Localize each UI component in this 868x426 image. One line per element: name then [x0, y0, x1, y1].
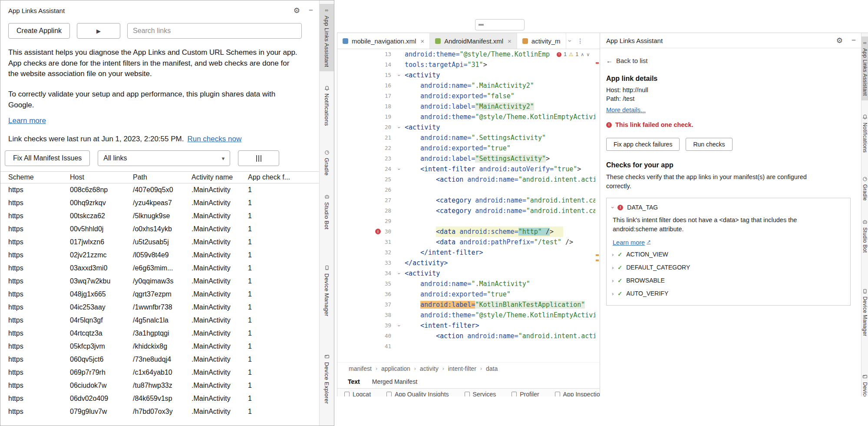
code-line-17[interactable]: 17android:exported="false" [337, 91, 595, 101]
column-options-button[interactable] [238, 150, 279, 166]
code-line-18[interactable]: 18android:label="MainActivity2" [337, 101, 595, 112]
editor-scrollbar[interactable] [594, 49, 600, 362]
table-row[interactable]: https04r5lqn3gf/4g5nalc1la.MainActivity1 [0, 314, 319, 327]
code-line-31[interactable]: 31<data android:pathPrefix="/test" /> [337, 237, 595, 247]
prev-error-icon[interactable]: ∧ [581, 49, 584, 60]
close-tab-icon[interactable]: × [420, 37, 424, 45]
code-line-25[interactable]: 25<action android:name="android.intent.a… [337, 174, 595, 185]
code-line-30[interactable]: 30!<data android:scheme="http" /> [337, 226, 595, 237]
breadcrumb-item-intent-filter[interactable]: intent-filter [448, 365, 476, 372]
table-row[interactable]: https060qv5jct6/73ne8udqj4.MainActivity1 [0, 353, 319, 366]
column-header-scheme[interactable]: Scheme [8, 172, 70, 183]
code-line-16[interactable]: 16android:name=".MainActivity2" [337, 80, 595, 91]
breadcrumb-item-data[interactable]: data [486, 365, 498, 372]
bottom-tool-app-quality-insights[interactable]: App Quality Insights [386, 389, 449, 396]
search-links-input[interactable] [127, 23, 302, 39]
run-checks-now-link[interactable]: Run checks now [187, 135, 241, 143]
code-line-21[interactable]: 21android:name=".SettingsActivity" [337, 133, 595, 143]
run-checks-button[interactable]: Run checks [686, 138, 732, 151]
panel-minimize-icon[interactable]: − [851, 36, 856, 45]
table-row[interactable]: https05kfcp3jvm/khidckix8g.MainActivity1 [0, 340, 319, 353]
column-header-app-check-f-[interactable]: App check f... [248, 172, 319, 183]
code-line-41[interactable]: 41 [337, 341, 595, 352]
editor-tab-mobile-navigation-xml[interactable]: mobile_navigation.xml× [337, 33, 430, 49]
fold-icon[interactable]: › [396, 164, 403, 174]
fold-icon[interactable]: › [396, 122, 403, 133]
fold-icon[interactable]: › [396, 70, 403, 80]
bottom-tool-services[interactable]: Services [465, 389, 496, 396]
code-line-32[interactable]: 32</intent-filter> [337, 247, 595, 258]
tool-window-button-app-links-assistant[interactable]: ∞App Links Assistant [320, 4, 334, 71]
table-row[interactable]: https048jg1x665/qgrt37ezpm.MainActivity1 [0, 288, 319, 301]
create-applink-button[interactable]: Create Applink [8, 23, 70, 39]
code-line-36[interactable]: 36android:exported="true" [337, 289, 595, 300]
breadcrumb-item-application[interactable]: application [381, 365, 410, 372]
links-filter-dropdown[interactable]: All links ▾ [98, 150, 230, 166]
tool-window-button-studio-bot[interactable]: Studio Bot [861, 216, 868, 257]
table-row[interactable]: https06dv02o409/84k659v1sp.MainActivity1 [0, 392, 319, 405]
code-line-19[interactable]: 19android:theme="@style/Theme.KotlinEmpt… [337, 112, 595, 122]
bottom-tool-app-inspection[interactable]: App Inspection [555, 389, 600, 396]
table-row[interactable]: https008c6z68np/407e09q5x0.MainActivity1 [0, 183, 319, 196]
code-line-13[interactable]: 13android:theme="@style/Theme.KotlinEmp!… [337, 49, 595, 60]
tool-window-button-device-explorer[interactable]: Device Explorer [861, 370, 868, 396]
fix-all-manifest-issues-button[interactable]: Fix All Manifest Issues [5, 150, 90, 166]
tool-window-button-studio-bot[interactable]: Studio Bot [320, 190, 334, 234]
next-error-icon[interactable]: ∨ [586, 49, 590, 60]
code-area[interactable]: 13android:theme="@style/Theme.KotlinEmp!… [337, 49, 600, 362]
tool-window-button-app-links-assistant[interactable]: ∞App Links Assistant [861, 37, 868, 100]
table-row[interactable]: https06ciudok7w/tu87hwp33z.MainActivity1 [0, 379, 319, 392]
breadcrumb-item-manifest[interactable]: manifest [349, 365, 372, 372]
table-row[interactable]: https00tskcza62/5lknugk9se.MainActivity1 [0, 210, 319, 223]
code-line-20[interactable]: 20›<activity [337, 122, 595, 133]
run-play-button[interactable]: ▶ [77, 23, 120, 39]
bottom-tool-profiler[interactable]: Profiler [512, 389, 539, 396]
editor-tab-activity-m[interactable]: activity_m [517, 33, 566, 49]
tool-window-button-notifications[interactable]: Notifications [320, 82, 334, 130]
bottom-tool-logcat[interactable]: Logcat [344, 389, 371, 396]
inspections-widget[interactable]: !1⚠1∧∨ [557, 49, 590, 60]
table-row[interactable]: https017jwlxzn6/u5t2usab5j.MainActivity1 [0, 236, 319, 249]
table-row[interactable]: https04ic253aay/1wwnfbr738.MainActivity1 [0, 301, 319, 314]
table-row[interactable]: https00v5hhld0j/o0xhs14ykb.MainActivity1 [0, 223, 319, 236]
tool-window-button-device-explorer[interactable]: Device Explorer [320, 350, 334, 408]
code-line-39[interactable]: 39›<intent-filter> [337, 320, 595, 331]
editor-tab-androidmanifest-xml[interactable]: AndroidManifest.xml× [430, 33, 517, 49]
column-header-host[interactable]: Host [70, 172, 133, 183]
tool-window-button-gradle[interactable]: Gradle [861, 173, 868, 205]
code-line-37[interactable]: 37android:label="KotlinBlankTestApplicat… [337, 300, 595, 310]
column-header-activity-name[interactable]: Activity name [191, 172, 248, 183]
check-learn-more-link[interactable]: Learn more↗ [613, 239, 650, 246]
more-details-link[interactable]: More details... [606, 106, 646, 113]
error-gutter-icon[interactable]: ! [375, 229, 381, 234]
learn-more-link[interactable]: Learn more [8, 116, 46, 125]
check-row-browsable[interactable]: ›✓BROWSABLE [607, 274, 850, 287]
code-line-33[interactable]: 33</activity> [337, 258, 595, 268]
fix-app-check-failures-button[interactable]: Fix app check failures [606, 138, 680, 151]
tool-window-button-device-manager[interactable]: Device Manager [861, 285, 868, 341]
tool-window-button-device-manager[interactable]: Device Manager [320, 262, 334, 321]
close-tab-icon[interactable]: × [508, 37, 512, 45]
fold-icon[interactable]: › [396, 320, 403, 331]
code-line-38[interactable]: 38android:theme="@style/Theme.KotlinEmpt… [337, 310, 595, 320]
tab-options-kebab-icon[interactable]: ⋮ [574, 33, 586, 49]
column-header-path[interactable]: Path [133, 172, 191, 183]
code-line-23[interactable]: 23android:label="SettingsActivity"> [337, 153, 595, 164]
tab-merged-manifest[interactable]: Merged Manifest [372, 378, 417, 385]
check-row-action-view[interactable]: ›✓ACTION_VIEW [607, 248, 850, 261]
check-row-auto-verify[interactable]: ›✓AUTO_VERIFY [607, 287, 850, 300]
table-row[interactable]: https02jv21zzmc/l059v8t4e9.MainActivity1 [0, 249, 319, 262]
tool-window-button-notifications[interactable]: Notifications [861, 111, 868, 157]
code-line-40[interactable]: 40<action android:name="android.intent.a… [337, 331, 595, 341]
minimize-icon[interactable]: − [309, 6, 313, 15]
table-row[interactable]: https04rtcqtz3a/3a1hgptqgi.MainActivity1 [0, 327, 319, 340]
code-line-15[interactable]: 15›<activity [337, 70, 595, 80]
table-row[interactable]: https069p7r79rh/c1x64yab10.MainActivity1 [0, 366, 319, 379]
code-line-14[interactable]: 14tools:targetApi="31"> [337, 60, 595, 70]
warning-stripe-mark[interactable] [596, 260, 599, 261]
tool-window-button-gradle[interactable]: Gradle [320, 146, 334, 180]
code-line-27[interactable]: 27<category android:name="android.intent… [337, 195, 595, 206]
code-line-35[interactable]: 35android:name=".MainActivity" [337, 279, 595, 289]
code-line-26[interactable]: 26 [337, 185, 595, 195]
table-row[interactable]: https03axxd3mi0/e6g63mim....MainActivity… [0, 262, 319, 275]
